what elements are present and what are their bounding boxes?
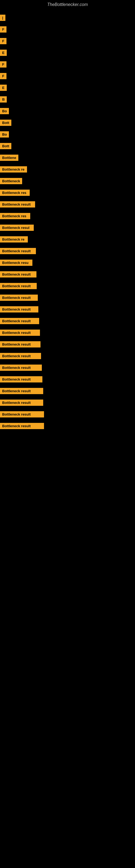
bottleneck-label-7: E [0,85,7,91]
bottleneck-label-10: Bott [0,120,11,126]
bottleneck-label-32: Bottleneck result [0,376,42,382]
bottleneck-label-16: Bottleneck res [0,190,30,196]
bottleneck-label-25: Bottleneck result [0,294,38,301]
bottleneck-row-5: F [0,59,135,70]
bottleneck-row-23: Bottleneck result [0,269,135,280]
bottleneck-row-15: Bottleneck [0,175,135,187]
bottleneck-label-17: Bottleneck result [0,201,35,208]
bottleneck-row-13: Bottlene [0,152,135,163]
bottleneck-row-33: Bottleneck result [0,385,135,397]
bottleneck-label-5: F [0,61,6,67]
bottleneck-row-27: Bottleneck result [0,315,135,327]
bottleneck-label-28: Bottleneck result [0,330,40,336]
bottleneck-label-3: F [0,38,6,44]
bottleneck-label-30: Bottleneck result [0,353,41,359]
bottleneck-label-12: Bott [0,143,11,149]
bottleneck-row-28: Bottleneck result [0,327,135,339]
bottleneck-row-14: Bottleneck re [0,163,135,175]
bottleneck-row-16: Bottleneck res [0,187,135,198]
bottleneck-row-10: Bott [0,117,135,129]
bottleneck-label-20: Bottleneck re [0,236,28,243]
bottleneck-row-1: | [0,12,135,24]
bottleneck-row-7: E [0,82,135,94]
bottleneck-label-22: Bottleneck resu [0,259,32,266]
bottleneck-label-24: Bottleneck result [0,283,37,289]
bottleneck-label-11: Bo [0,131,9,137]
bottleneck-row-17: Bottleneck result [0,198,135,210]
site-title: TheBottlenecker.com [0,0,135,9]
bottleneck-row-8: B [0,94,135,105]
bottleneck-label-8: B [0,96,7,102]
bottleneck-row-4: E [0,47,135,59]
bottleneck-row-30: Bottleneck result [0,350,135,362]
bottleneck-row-20: Bottleneck re [0,234,135,245]
bottleneck-label-2: F [0,26,6,33]
bottleneck-label-23: Bottleneck result [0,271,37,278]
bottleneck-label-27: Bottleneck result [0,318,39,324]
bottleneck-row-2: F [0,24,135,35]
bottleneck-row-6: F [0,70,135,82]
bottleneck-row-18: Bottleneck res [0,210,135,222]
bottleneck-label-29: Bottleneck result [0,341,41,347]
bottleneck-label-6: F [0,73,6,79]
bottleneck-label-13: Bottlene [0,155,18,161]
bottleneck-label-31: Bottleneck result [0,365,42,371]
site-title-container: TheBottlenecker.com [0,0,135,9]
bottleneck-row-36: Bottleneck result [0,420,135,432]
bottleneck-label-26: Bottleneck result [0,306,38,312]
bottleneck-row-9: Bo [0,105,135,117]
bottleneck-label-35: Bottleneck result [0,411,44,417]
bottleneck-label-4: E [0,50,7,56]
bottleneck-label-18: Bottleneck res [0,213,30,219]
bottleneck-label-33: Bottleneck result [0,388,43,394]
bottleneck-row-19: Bottleneck resul [0,222,135,234]
bottleneck-label-21: Bottleneck result [0,248,36,254]
bottleneck-label-36: Bottleneck result [0,423,44,429]
bottleneck-row-26: Bottleneck result [0,304,135,315]
bottleneck-label-14: Bottleneck re [0,166,27,173]
bottleneck-row-11: Bo [0,129,135,140]
bottleneck-row-35: Bottleneck result [0,408,135,420]
bottleneck-label-34: Bottleneck result [0,400,43,406]
bottleneck-label-19: Bottleneck resul [0,225,34,231]
bottleneck-row-3: F [0,35,135,47]
bottleneck-row-24: Bottleneck result [0,280,135,292]
bottleneck-label-9: Bo [0,108,9,114]
bottleneck-row-29: Bottleneck result [0,339,135,350]
bottleneck-row-25: Bottleneck result [0,292,135,304]
bottleneck-row-12: Bott [0,140,135,152]
items-container: |FFEFFEBBoBottBoBottBottleneBottleneck r… [0,9,135,435]
bottleneck-row-21: Bottleneck result [0,245,135,257]
bottleneck-label-1: | [0,14,5,21]
bottleneck-row-31: Bottleneck result [0,362,135,373]
bottleneck-row-34: Bottleneck result [0,397,135,408]
bottleneck-label-15: Bottleneck [0,178,22,184]
bottleneck-row-32: Bottleneck result [0,373,135,385]
bottleneck-row-22: Bottleneck resu [0,257,135,269]
